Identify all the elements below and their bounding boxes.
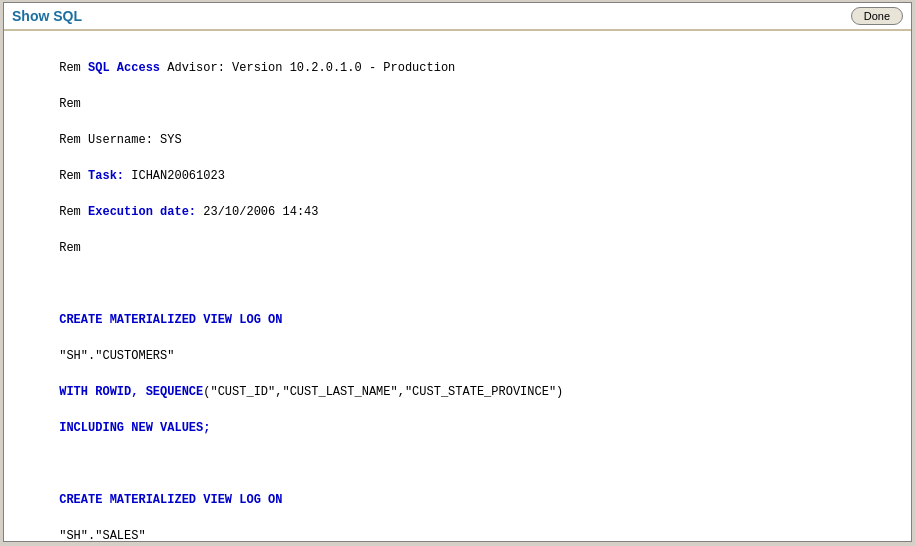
sql-content: Rem SQL Access Advisor: Version 10.2.0.1…	[4, 31, 911, 541]
done-button[interactable]: Done	[851, 7, 903, 25]
sql-line-3: WITH ROWID, SEQUENCE("CUST_ID","CUST_LAS…	[59, 385, 563, 399]
code-display: Rem SQL Access Advisor: Version 10.2.0.1…	[16, 41, 899, 541]
rem-line-2: Rem	[59, 97, 81, 111]
rem-line-5: Rem Execution date: 23/10/2006 14:43	[59, 205, 318, 219]
sql-line-2: "SH"."CUSTOMERS"	[59, 349, 174, 363]
sql-line-6: "SH"."SALES"	[59, 529, 145, 541]
title-bar: Show SQL Done	[4, 3, 911, 31]
rem-line-6: Rem	[59, 241, 81, 255]
rem-line-4: Rem Task: ICHAN20061023	[59, 169, 225, 183]
sql-line-1: CREATE MATERIALIZED VIEW LOG ON	[59, 313, 282, 327]
show-sql-window: Show SQL Done Rem SQL Access Advisor: Ve…	[3, 2, 912, 542]
sql-line-5: CREATE MATERIALIZED VIEW LOG ON	[59, 493, 282, 507]
window-title: Show SQL	[12, 8, 82, 24]
sql-line-4: INCLUDING NEW VALUES;	[59, 421, 210, 435]
rem-line-1: Rem SQL Access Advisor: Version 10.2.0.1…	[59, 61, 455, 75]
rem-line-3: Rem Username: SYS	[59, 133, 181, 147]
